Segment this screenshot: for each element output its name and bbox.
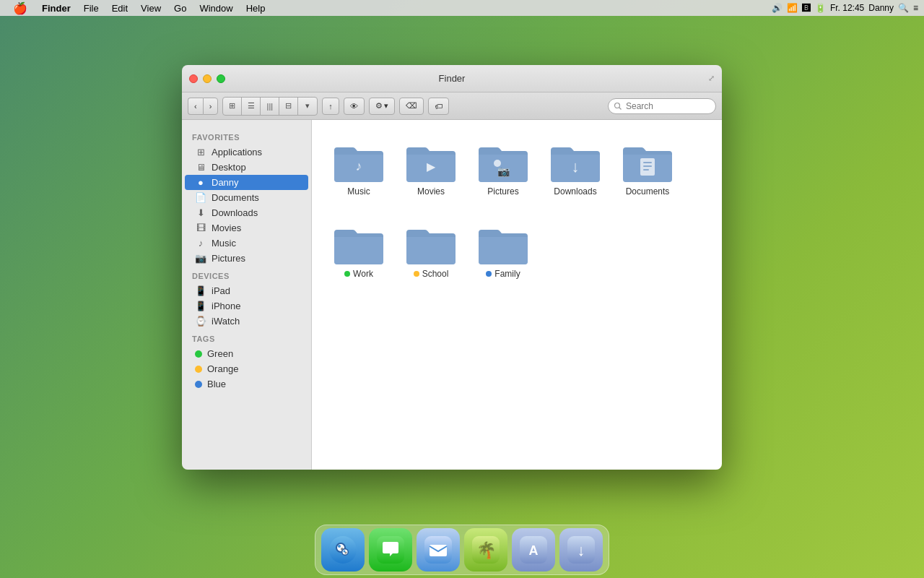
sidebar-item-danny[interactable]: ● Danny [185, 175, 308, 190]
devices-label: DEVICES [182, 266, 311, 283]
dock-downloads-item[interactable]: ↓ [559, 528, 603, 571]
bluetooth-icon[interactable]: 🅱 [802, 3, 811, 13]
share-icon: ↑ [328, 102, 333, 111]
svg-text:A: A [529, 543, 539, 558]
folder-school-label: School [414, 269, 449, 279]
eye-button[interactable]: 👁 [344, 98, 365, 115]
folder-family[interactable]: Family [471, 217, 536, 285]
sidebar-item-iwatch[interactable]: ⌚ iWatch [185, 314, 308, 329]
dock-appstore[interactable]: A [512, 528, 555, 571]
nav-buttons: ‹ › [188, 98, 218, 115]
back-button[interactable]: ‹ [188, 98, 203, 115]
menubar: 🍎 Finder File Edit View Go Window Help 🔊… [0, 0, 924, 16]
action-button[interactable]: ⚙ ▾ [369, 98, 395, 115]
search-input[interactable] [608, 98, 716, 114]
sidebar-item-music[interactable]: ♪ Music [185, 236, 308, 251]
delete-icon: ⌫ [406, 101, 417, 111]
dock-finder[interactable] [321, 528, 365, 571]
wifi-icon[interactable]: 📶 [787, 3, 798, 13]
folder-school-icon [405, 223, 457, 266]
forward-button[interactable]: › [203, 98, 219, 115]
svg-text:↓: ↓ [572, 158, 580, 176]
sidebar-item-blue[interactable]: Blue [185, 376, 308, 392]
list-icon[interactable]: ≡ [913, 3, 918, 13]
sidebar-item-label: Applications [212, 147, 262, 158]
sidebar-item-label: Movies [212, 223, 241, 233]
close-button[interactable] [189, 74, 198, 83]
share-button[interactable]: ↑ [322, 98, 339, 115]
family-dot [486, 271, 492, 277]
folder-work-label: Work [344, 269, 373, 279]
tag-button[interactable]: 🏷 [428, 98, 449, 115]
folder-school[interactable]: School [398, 217, 463, 285]
svg-rect-7 [643, 165, 652, 167]
folder-documents-icon [622, 140, 674, 184]
sidebar-item-desktop[interactable]: 🖥 Desktop [185, 160, 308, 175]
sidebar-item-orange[interactable]: Orange [185, 361, 308, 376]
applications-icon: ⊞ [195, 147, 206, 158]
sidebar-item-pictures[interactable]: 📷 Pictures [185, 251, 308, 266]
sidebar-item-label: Pictures [212, 253, 245, 264]
svg-rect-6 [643, 162, 652, 163]
orange-dot [195, 366, 202, 373]
sidebar-item-downloads[interactable]: ⬇ Downloads [185, 205, 308, 220]
folder-pictures-label: Pictures [487, 186, 518, 197]
column-view-button[interactable]: ||| [261, 98, 279, 115]
fullscreen-icon[interactable]: ⤢ [708, 74, 715, 83]
menubar-finder[interactable]: Finder [36, 0, 77, 16]
datetime: Fr. 12:45 [830, 3, 864, 13]
finder-window: Finder ⤢ ‹ › ⊞ ☰ ||| ⊟ ▾ ↑ 👁 ⚙ ▾ [182, 65, 722, 470]
delete-button[interactable]: ⌫ [399, 98, 424, 115]
dock-photo[interactable]: 🌴 [464, 528, 507, 571]
view-dropdown[interactable]: ▾ [298, 98, 317, 115]
cover-view-button[interactable]: ⊟ [279, 98, 298, 115]
sidebar-item-documents[interactable]: 📄 Documents [185, 190, 308, 205]
sidebar-item-ipad[interactable]: 📱 iPad [185, 283, 308, 298]
sidebar-item-label: Downloads [212, 207, 258, 218]
menubar-file[interactable]: File [78, 0, 105, 16]
folder-pictures[interactable]: 📷 Pictures [471, 134, 536, 202]
music-icon: ♪ [195, 238, 206, 249]
menubar-left: 🍎 Finder File Edit View Go Window Help [6, 0, 772, 16]
svg-point-17 [345, 552, 347, 554]
menubar-go[interactable]: Go [168, 0, 192, 16]
user-icon: ● [195, 177, 206, 188]
menubar-help[interactable]: Help [240, 0, 271, 16]
sidebar-item-green[interactable]: Green [185, 346, 308, 361]
gear-icon: ⚙ [375, 101, 383, 111]
maximize-button[interactable] [217, 74, 225, 83]
svg-point-12 [338, 545, 341, 548]
menubar-edit[interactable]: Edit [106, 0, 134, 16]
apple-menu[interactable]: 🍎 [6, 0, 35, 16]
list-view-button[interactable]: ☰ [242, 98, 261, 115]
folder-work[interactable]: Work [326, 217, 391, 285]
folder-documents[interactable]: Documents [615, 134, 680, 202]
sidebar: FAVORITES ⊞ Applications 🖥 Desktop ● Dan… [182, 120, 312, 470]
sidebar-item-label: Green [207, 348, 233, 359]
folder-music-icon: ♪ [333, 140, 385, 184]
sidebar-item-label: Documents [212, 192, 259, 203]
dock-messages[interactable] [369, 528, 412, 571]
sidebar-item-movies[interactable]: 🎞 Movies [185, 220, 308, 236]
sidebar-item-label: iPad [212, 285, 230, 296]
icon-view-button[interactable]: ⊞ [223, 98, 242, 115]
sidebar-item-label: Music [212, 238, 236, 249]
volume-icon[interactable]: 🔊 [772, 3, 783, 13]
traffic-lights [189, 74, 225, 83]
favorites-label: FAVORITES [182, 127, 311, 144]
search-icon[interactable]: 🔍 [898, 3, 909, 13]
sidebar-item-applications[interactable]: ⊞ Applications [185, 144, 308, 160]
battery-icon[interactable]: 🔋 [815, 3, 826, 13]
folder-music[interactable]: ♪ Music [326, 134, 391, 202]
menubar-right: 🔊 📶 🅱 🔋 Fr. 12:45 Danny 🔍 ≡ [772, 3, 918, 13]
sidebar-item-label: Orange [207, 363, 238, 374]
menubar-window[interactable]: Window [193, 0, 238, 16]
menubar-view[interactable]: View [135, 0, 167, 16]
dock-mail[interactable] [417, 528, 460, 571]
iphone-icon: 📱 [195, 301, 206, 311]
minimize-button[interactable] [203, 74, 212, 83]
sidebar-item-iphone[interactable]: 📱 iPhone [185, 298, 308, 314]
folder-downloads[interactable]: ↓ Downloads [543, 134, 608, 202]
folder-movies[interactable]: ▶ Movies [398, 134, 463, 202]
username[interactable]: Danny [868, 3, 894, 13]
